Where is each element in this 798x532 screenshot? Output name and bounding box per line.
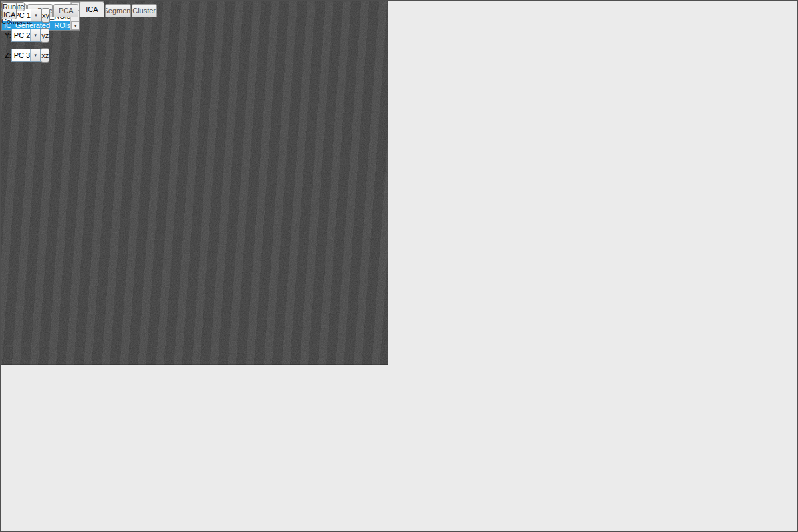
roi-list-scroll-down-button[interactable]: ▼ bbox=[71, 21, 79, 30]
axis-label: Z: bbox=[5, 51, 11, 59]
tab-ica[interactable]: ICA bbox=[79, 1, 104, 17]
roi-image-noise bbox=[1, 1, 388, 364]
pc-select-value: PC 2 bbox=[12, 29, 30, 41]
run-ica-button[interactable]: Run ICA bbox=[2, 2, 17, 19]
tab-segment[interactable]: Segment bbox=[105, 4, 130, 17]
ica-tab-panel: Run ICA bbox=[1, 1, 3, 3]
plane-yz-button[interactable]: yz bbox=[41, 28, 49, 43]
scroll-down-icon: ▼ bbox=[74, 24, 78, 28]
pc-select-z[interactable]: PC 3▼ bbox=[11, 49, 41, 62]
tab-cluster[interactable]: Cluster bbox=[132, 4, 157, 17]
dropdown-arrow-icon[interactable]: ▼ bbox=[30, 29, 40, 41]
app-window: Image Component Parser ROI Editor ◀ bbox=[0, 0, 798, 532]
roi-image-canvas[interactable] bbox=[1, 1, 388, 365]
pc-select-y[interactable]: PC 2▼ bbox=[11, 29, 41, 42]
plane-xy-button[interactable]: xy bbox=[41, 8, 50, 23]
tab-pca[interactable]: PCA bbox=[53, 4, 78, 17]
dropdown-arrow-icon[interactable]: ▼ bbox=[30, 49, 40, 61]
axis-label: Y: bbox=[5, 31, 11, 39]
pc-select-value: PC 3 bbox=[12, 49, 30, 61]
dropdown-arrow-icon[interactable]: ▼ bbox=[31, 9, 41, 21]
plane-xz-button[interactable]: xz bbox=[41, 48, 49, 63]
